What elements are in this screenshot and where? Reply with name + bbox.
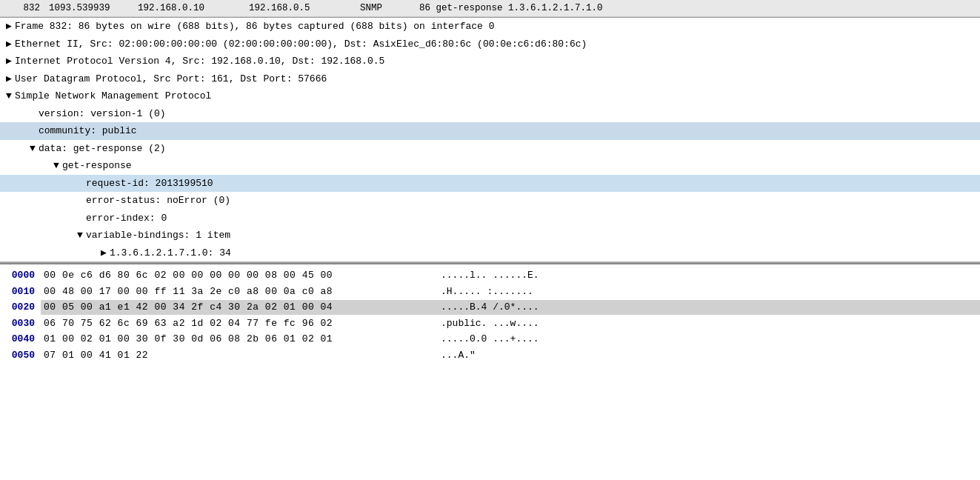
- detail-text: error-index: 0: [86, 211, 977, 226]
- expander-icon[interactable]: ▶: [3, 37, 15, 52]
- detail-row-snmp-error-status[interactable]: error-status: noError (0): [0, 192, 980, 210]
- detail-row-frame[interactable]: ▶Frame 832: 86 bytes on wire (688 bits),…: [0, 18, 980, 36]
- hex-offset: 0030: [0, 316, 41, 331]
- detail-row-snmp-data[interactable]: ▼data: get-response (2): [0, 140, 980, 158]
- detail-text: Ethernet II, Src: 02:00:00:00:00:00 (02:…: [15, 37, 977, 52]
- detail-row-ip[interactable]: ▶Internet Protocol Version 4, Src: 192.1…: [0, 53, 980, 70]
- expander-icon[interactable]: ▼: [27, 141, 39, 156]
- detail-text: variable-bindings: 1 item: [86, 228, 977, 243]
- detail-row-snmp-get-response[interactable]: ▼get-response: [0, 157, 980, 175]
- expander-icon[interactable]: ▼: [3, 89, 15, 104]
- hex-ascii: .public. ...w....: [426, 316, 980, 331]
- packet-time: 1093.539939: [44, 1, 133, 15]
- hex-bytes: 00 48 00 17 00 00 ff 11 3a 2e c0 a8 00 0…: [41, 284, 426, 299]
- hex-row[interactable]: 004001 00 02 01 00 30 0f 30 0d 06 08 2b …: [0, 331, 980, 347]
- detail-text: community: public: [39, 124, 977, 139]
- packet-list-row[interactable]: 832 1093.539939 192.168.0.10 192.168.0.5…: [0, 0, 980, 17]
- hex-bytes: 01 00 02 01 00 30 0f 30 0d 06 08 2b 06 0…: [41, 332, 426, 347]
- packet-src: 192.168.0.10: [133, 1, 244, 15]
- expander-icon[interactable]: ▼: [74, 228, 86, 243]
- hex-row[interactable]: 000000 0e c6 d6 80 6c 02 00 00 00 00 00 …: [0, 267, 980, 284]
- detail-text: Simple Network Management Protocol: [15, 89, 977, 104]
- hex-offset: 0000: [0, 268, 41, 283]
- detail-row-snmp-varbindings[interactable]: ▼variable-bindings: 1 item: [0, 227, 980, 244]
- detail-row-ethernet[interactable]: ▶Ethernet II, Src: 02:00:00:00:00:00 (02…: [0, 36, 980, 53]
- detail-text: 1.3.6.1.2.1.7.1.0: 34: [110, 246, 977, 261]
- detail-text: request-id: 2013199510: [86, 176, 977, 191]
- hex-ascii: .H..... :.......: [426, 284, 980, 299]
- packet-list-area: 832 1093.539939 192.168.0.10 192.168.0.5…: [0, 0, 980, 18]
- detail-row-udp[interactable]: ▶User Datagram Protocol, Src Port: 161, …: [0, 70, 980, 88]
- packet-info: 86 get-response 1.3.6.1.2.1.7.1.0: [415, 1, 980, 15]
- detail-text: User Datagram Protocol, Src Port: 161, D…: [15, 72, 977, 87]
- hex-bytes: 00 0e c6 d6 80 6c 02 00 00 00 00 00 08 0…: [41, 268, 426, 283]
- detail-text: get-response: [62, 159, 977, 173]
- packet-detail: ▶Frame 832: 86 bytes on wire (688 bits),…: [0, 18, 980, 263]
- expander-icon[interactable]: ▶: [98, 246, 110, 261]
- detail-row-snmp-version[interactable]: version: version-1 (0): [0, 105, 980, 123]
- hex-ascii: .....l.. ......E.: [426, 268, 980, 283]
- detail-text: Frame 832: 86 bytes on wire (688 bits), …: [15, 19, 977, 34]
- expander-icon[interactable]: ▶: [3, 72, 15, 87]
- detail-row-snmp[interactable]: ▼Simple Network Management Protocol: [0, 87, 980, 105]
- expander-icon[interactable]: ▶: [3, 54, 15, 69]
- hex-dump: 000000 0e c6 d6 80 6c 02 00 00 00 00 00 …: [0, 264, 980, 366]
- hex-row[interactable]: 005007 01 00 41 01 22...A.": [0, 347, 980, 364]
- detail-text: error-status: noError (0): [86, 193, 977, 208]
- packet-proto: SNMP: [356, 1, 415, 15]
- hex-ascii: ...A.": [426, 348, 980, 363]
- hex-offset: 0050: [0, 348, 41, 363]
- hex-offset: 0040: [0, 332, 41, 347]
- hex-offset: 0020: [0, 300, 41, 315]
- hex-row[interactable]: 001000 48 00 17 00 00 ff 11 3a 2e c0 a8 …: [0, 284, 980, 300]
- detail-text: version: version-1 (0): [39, 107, 977, 121]
- packet-dst: 192.168.0.5: [244, 1, 356, 15]
- expander-icon[interactable]: ▼: [50, 159, 62, 173]
- hex-bytes: 00 05 00 a1 e1 42 00 34 2f c4 30 2a 02 0…: [41, 300, 426, 315]
- detail-text: data: get-response (2): [39, 141, 977, 156]
- hex-row[interactable]: 003006 70 75 62 6c 69 63 a2 1d 02 04 77 …: [0, 316, 980, 332]
- expander-icon[interactable]: ▶: [3, 19, 15, 34]
- hex-row[interactable]: 002000 05 00 a1 e1 42 00 34 2f c4 30 2a …: [0, 299, 980, 316]
- detail-text: Internet Protocol Version 4, Src: 192.16…: [15, 54, 977, 69]
- detail-row-snmp-oid[interactable]: ▶1.3.6.1.2.1.7.1.0: 34: [0, 244, 980, 262]
- detail-row-snmp-community[interactable]: community: public: [0, 122, 980, 140]
- hex-ascii: .....0.0 ...+....: [426, 332, 980, 347]
- hex-ascii: .....B.4 /.0*....: [426, 300, 980, 315]
- hex-bytes: 07 01 00 41 01 22: [41, 348, 426, 363]
- hex-bytes: 06 70 75 62 6c 69 63 a2 1d 02 04 77 fe f…: [41, 316, 426, 331]
- detail-row-snmp-error-index[interactable]: error-index: 0: [0, 210, 980, 227]
- hex-offset: 0010: [0, 284, 41, 299]
- packet-num: 832: [0, 1, 44, 15]
- detail-row-snmp-request-id[interactable]: request-id: 2013199510: [0, 175, 980, 193]
